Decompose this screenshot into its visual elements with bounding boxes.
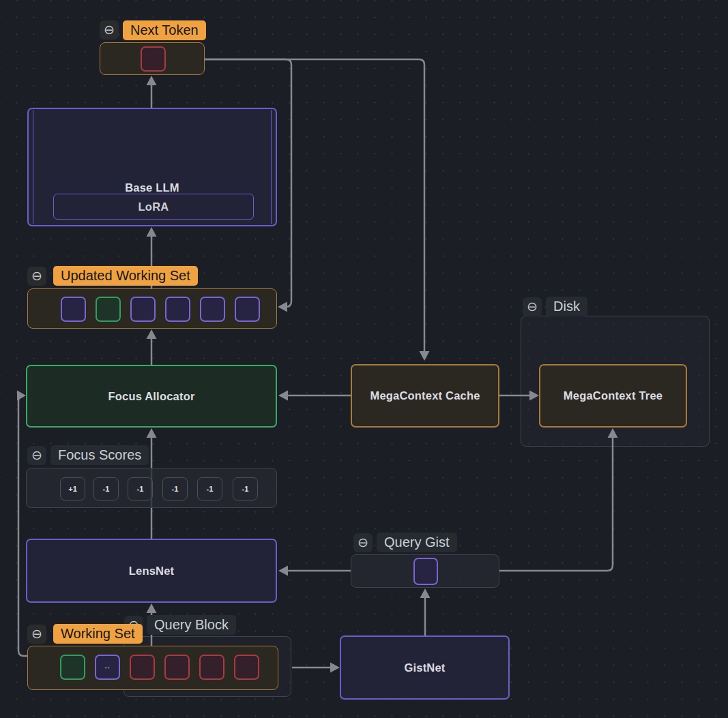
focus-score-chip[interactable]: -1 bbox=[128, 477, 153, 500]
focus-score-chip[interactable]: +1 bbox=[60, 477, 85, 500]
lora-node[interactable]: LoRA bbox=[53, 194, 254, 220]
disk-label[interactable]: Disk bbox=[546, 297, 587, 316]
megacontext-cache-node[interactable]: MegaContext Cache bbox=[351, 364, 499, 428]
arrow-query-block-to-gistnet[interactable] bbox=[292, 663, 340, 673]
disk-collapse-icon[interactable]: ⊖ bbox=[523, 297, 542, 316]
megacontext-tree-node[interactable]: MegaContext Tree bbox=[539, 364, 687, 428]
token-square[interactable] bbox=[165, 297, 190, 322]
query-gist-label[interactable]: Query Gist bbox=[377, 533, 457, 552]
token-square[interactable] bbox=[199, 655, 224, 680]
token-square[interactable] bbox=[200, 297, 225, 322]
token-square[interactable] bbox=[130, 297, 156, 322]
next-token-label[interactable]: Next Token bbox=[123, 20, 206, 40]
arrow-query-gist-to-lensnet[interactable] bbox=[278, 566, 351, 576]
arrow-megacontext-cache-to-focus-allocator[interactable] bbox=[278, 391, 351, 401]
token-square[interactable]: -- bbox=[95, 655, 120, 680]
focus-score-chip[interactable]: -1 bbox=[233, 477, 258, 500]
working-set-collapse-icon[interactable]: ⊖ bbox=[27, 625, 46, 644]
lensnet-node[interactable]: LensNet bbox=[26, 539, 277, 603]
focus-score-chip[interactable]: -1 bbox=[162, 477, 188, 500]
next-token-square[interactable] bbox=[141, 46, 166, 72]
arrow-base-llm-to-next-token[interactable] bbox=[147, 76, 157, 108]
gistnet-title: GistNet bbox=[404, 661, 445, 674]
updated-working-set-frame[interactable] bbox=[27, 288, 277, 329]
query-gist-frame[interactable] bbox=[351, 554, 499, 588]
query-gist-token-square[interactable] bbox=[413, 558, 438, 585]
focus-scores-collapse-icon[interactable]: ⊖ bbox=[27, 446, 46, 465]
arrow-gistnet-to-query-gist[interactable] bbox=[420, 588, 431, 635]
lensnet-title: LensNet bbox=[129, 565, 175, 578]
updated-working-set-label[interactable]: Updated Working Set bbox=[53, 266, 198, 286]
focus-score-chip[interactable]: -1 bbox=[197, 477, 222, 500]
focus-scores-label[interactable]: Focus Scores bbox=[50, 445, 149, 465]
query-block-label[interactable]: Query Block bbox=[147, 615, 236, 635]
arrow-working-set-to-focus-allocator[interactable] bbox=[17, 391, 27, 657]
token-square[interactable] bbox=[96, 297, 121, 322]
base-llm-title: Base LLM bbox=[125, 181, 179, 194]
working-set-label[interactable]: Working Set bbox=[53, 624, 143, 644]
focus-allocator-title: Focus Allocator bbox=[108, 390, 194, 403]
token-square[interactable] bbox=[60, 655, 85, 680]
base-llm-node[interactable]: Base LLM LoRA bbox=[27, 108, 277, 226]
token-square[interactable] bbox=[61, 297, 86, 322]
focus-score-chip[interactable]: -1 bbox=[93, 477, 119, 500]
next-token-collapse-icon[interactable]: ⊖ bbox=[100, 20, 119, 40]
gistnet-node[interactable]: GistNet bbox=[340, 635, 510, 700]
arrow-megacontext-cache-to-megacontext-tree[interactable] bbox=[499, 391, 539, 401]
diagram-canvas[interactable]: ⊖ Next Token Base LLM LoRA ⊖ Updated Wor… bbox=[0, 0, 728, 718]
query-gist-collapse-icon[interactable]: ⊖ bbox=[353, 533, 373, 552]
arrow-query-gist-to-megacontext-tree[interactable] bbox=[499, 428, 618, 571]
arrow-focus-allocator-to-updated-working-set[interactable] bbox=[147, 329, 157, 365]
token-square[interactable] bbox=[234, 655, 259, 680]
collapsed-token-text: -- bbox=[105, 664, 111, 671]
next-token-frame[interactable] bbox=[100, 42, 205, 75]
megacontext-tree-title: MegaContext Tree bbox=[564, 389, 663, 402]
token-square[interactable] bbox=[130, 655, 155, 680]
token-square[interactable] bbox=[235, 297, 260, 322]
token-square[interactable] bbox=[164, 655, 190, 680]
megacontext-cache-title: MegaContext Cache bbox=[370, 389, 480, 402]
focus-scores-frame[interactable]: +1 -1 -1 -1 -1 -1 bbox=[26, 468, 277, 508]
lora-title: LoRA bbox=[139, 200, 169, 213]
updated-working-set-collapse-icon[interactable]: ⊖ bbox=[27, 267, 46, 286]
focus-allocator-node[interactable]: Focus Allocator bbox=[26, 365, 277, 428]
